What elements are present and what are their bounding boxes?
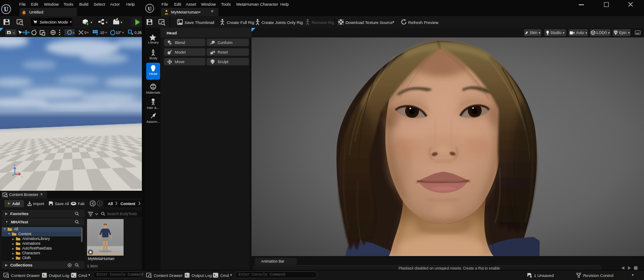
- svg-text:Z: Z: [13, 163, 16, 166]
- svg-text:▾: ▾: [87, 31, 89, 34]
- svg-text:▾: ▾: [106, 20, 107, 24]
- svg-text:▾: ▾: [73, 31, 74, 34]
- svg-text:▾: ▾: [122, 31, 124, 34]
- svg-text:▾: ▾: [91, 20, 92, 24]
- svg-text:10°: 10°: [116, 30, 121, 35]
- svg-text:10: 10: [100, 30, 104, 35]
- svg-text:▾: ▾: [105, 31, 107, 34]
- svg-text:U: U: [148, 6, 152, 12]
- svg-text:U: U: [4, 6, 8, 13]
- svg-text:▾: ▾: [13, 31, 15, 34]
- svg-text:▾: ▾: [121, 20, 122, 24]
- svg-text:0: 0: [84, 30, 87, 35]
- svg-text:▾: ▾: [139, 31, 141, 34]
- svg-text:x: x: [21, 175, 23, 178]
